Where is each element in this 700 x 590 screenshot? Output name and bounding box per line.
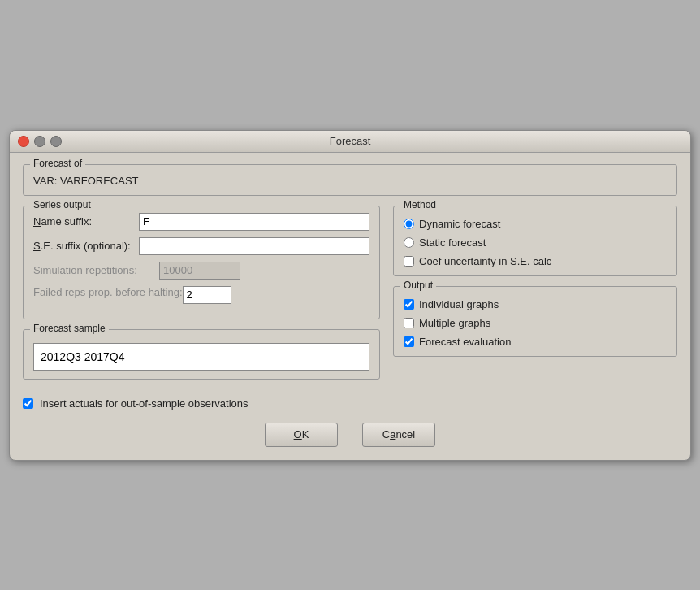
simulation-row: Simulation repetitions: — [33, 262, 369, 280]
minimize-button[interactable] — [34, 136, 45, 147]
failed-label: Failed reps prop. before halting: — [33, 286, 183, 300]
forecast-sample-group: Forecast sample — [23, 329, 380, 380]
output-checkbox-group: Individual graphs Multiple graphs Foreca… — [404, 298, 667, 348]
right-column: Method Dynamic forecast Static forecast — [393, 206, 677, 389]
forecast-sample-input[interactable] — [33, 343, 369, 371]
insert-actuals-checkbox[interactable] — [23, 398, 33, 409]
buttons-row: OK Cancel — [23, 423, 677, 447]
forecast-of-value: VAR: VARFORECAST — [33, 171, 667, 187]
ok-button[interactable]: OK — [265, 423, 338, 447]
multiple-graphs-checkbox[interactable] — [404, 318, 414, 328]
forecast-evaluation-option[interactable]: Forecast evaluation — [404, 336, 667, 348]
forecast-of-group: Forecast of VAR: VARFORECAST — [23, 164, 677, 196]
simulation-label: Simulation repetitions: — [33, 264, 159, 276]
forecast-evaluation-checkbox[interactable] — [404, 336, 414, 347]
forecast-dialog: Forecast Forecast of VAR: VARFORECAST Se… — [9, 130, 691, 461]
dynamic-forecast-radio[interactable] — [404, 219, 414, 229]
name-suffix-label: Name suffix: — [33, 215, 139, 228]
forecast-of-legend: Forecast of — [30, 158, 85, 169]
forecast-sample-legend: Forecast sample — [30, 323, 109, 334]
cancel-button[interactable]: Cancel — [362, 423, 435, 447]
method-legend: Method — [400, 199, 439, 210]
close-button[interactable] — [18, 136, 29, 147]
individual-graphs-checkbox[interactable] — [404, 299, 414, 310]
series-output-legend: Series output — [30, 199, 94, 210]
window-controls — [18, 136, 62, 147]
multiple-graphs-label: Multiple graphs — [419, 317, 490, 329]
coef-uncertainty-checkbox[interactable] — [404, 256, 414, 267]
forecast-evaluation-label: Forecast evaluation — [419, 336, 511, 348]
output-legend: Output — [400, 280, 436, 291]
cancel-label: Cancel — [382, 428, 415, 440]
output-group: Output Individual graphs Multiple graphs — [393, 286, 677, 357]
name-suffix-row: Name suffix: — [33, 213, 369, 231]
coef-uncertainty-label: Coef uncertainty in S.E. calc — [419, 255, 551, 267]
se-suffix-label: S.E. suffix (optional): — [33, 240, 139, 252]
titlebar: Forecast — [10, 131, 690, 153]
simulation-input — [159, 262, 240, 280]
multiple-graphs-option[interactable]: Multiple graphs — [404, 317, 667, 329]
method-radio-group: Dynamic forecast Static forecast Coef un… — [404, 218, 667, 267]
insert-actuals-option[interactable]: Insert actuals for out-of-sample observa… — [23, 397, 677, 410]
static-forecast-label: Static forecast — [419, 236, 486, 249]
main-columns: Series output Name suffix: S.E. suffix (… — [23, 206, 677, 389]
se-suffix-row: S.E. suffix (optional): — [33, 237, 369, 255]
dynamic-forecast-option[interactable]: Dynamic forecast — [404, 218, 667, 230]
individual-graphs-option[interactable]: Individual graphs — [404, 298, 667, 310]
static-forecast-radio[interactable] — [404, 237, 414, 248]
insert-actuals-label: Insert actuals for out-of-sample observa… — [40, 397, 248, 410]
static-forecast-option[interactable]: Static forecast — [404, 236, 667, 249]
dynamic-forecast-label: Dynamic forecast — [419, 218, 500, 230]
coef-uncertainty-option[interactable]: Coef uncertainty in S.E. calc — [404, 255, 667, 267]
failed-input[interactable] — [183, 286, 231, 304]
failed-row: Failed reps prop. before halting: — [33, 286, 369, 304]
se-suffix-input[interactable] — [139, 237, 369, 255]
method-group: Method Dynamic forecast Static forecast — [393, 206, 677, 276]
left-column: Series output Name suffix: S.E. suffix (… — [23, 206, 380, 389]
maximize-button[interactable] — [50, 136, 62, 147]
dialog-content: Forecast of VAR: VARFORECAST Series outp… — [10, 153, 690, 460]
window-title: Forecast — [330, 135, 371, 147]
name-suffix-input[interactable] — [139, 213, 369, 231]
series-output-group: Series output Name suffix: S.E. suffix (… — [23, 206, 380, 319]
individual-graphs-label: Individual graphs — [419, 298, 499, 310]
